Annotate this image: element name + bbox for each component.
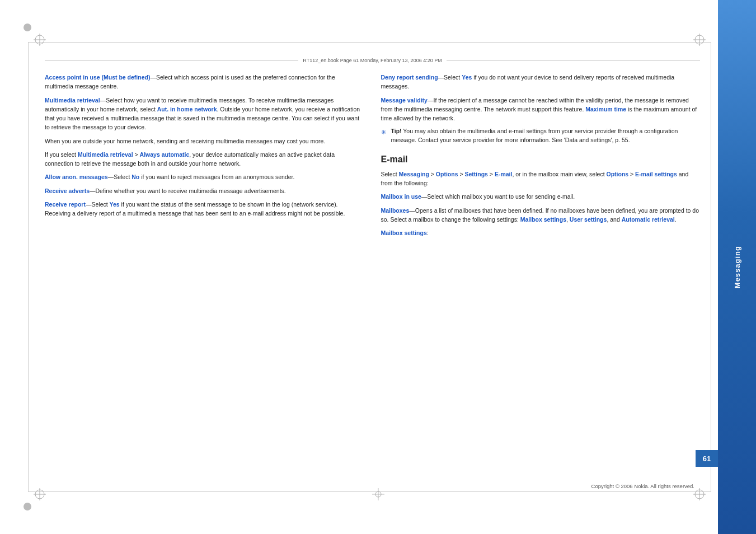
two-columns: Access point in use (Must be defined)—Se… — [45, 73, 700, 478]
header-bar: RT112_en.book Page 61 Monday, February 1… — [45, 56, 700, 65]
link-message-validity: Message validity — [381, 97, 428, 104]
link-messaging: Messaging — [399, 171, 429, 177]
para-message-validity: Message validity—If the recipient of a m… — [381, 96, 701, 123]
para-multimedia-retrieval: Multimedia retrieval—Select how you want… — [45, 96, 364, 132]
link-maximum-time: Maximum time — [585, 106, 626, 113]
link-multimedia-retrieval: Multimedia retrieval — [45, 97, 100, 104]
link-always-automatic: Always automatic — [140, 151, 190, 158]
header-line-left — [45, 60, 298, 61]
link-settings: Settings — [464, 171, 487, 177]
para-mailbox-settings: Mailbox settings: — [381, 228, 701, 237]
link-deny-report: Deny report sending — [381, 74, 438, 81]
link-options-2: Options — [606, 171, 628, 177]
crosshair-bottom-left — [34, 488, 46, 500]
tip-box: ✳ Tip! You may also obtain the multimedi… — [381, 127, 701, 145]
link-yes-receive: Yes — [110, 201, 120, 208]
tip-icon: ✳ — [381, 128, 386, 137]
link-aut-in-home: Aut. in home network — [157, 106, 217, 113]
para-email-intro: Select Messaging > Options > Settings > … — [381, 170, 701, 188]
crosshair-top-right — [693, 34, 706, 46]
link-automatic-retrieval: Automatic retrieval — [622, 216, 675, 223]
deco-circle-bottom-left — [24, 503, 31, 510]
link-mailboxes: Mailboxes — [381, 207, 410, 214]
page-number: 61 — [696, 450, 718, 467]
link-allow-anon: Allow anon. messages — [45, 174, 108, 180]
header-text: RT112_en.book Page 61 Monday, February 1… — [303, 58, 442, 63]
link-no: No — [132, 174, 139, 180]
deco-circle-top-left — [24, 24, 31, 31]
para-receive-adverts: Receive adverts—Define whether you want … — [45, 186, 364, 195]
crosshair-bottom-center — [372, 488, 384, 500]
para-access-point: Access point in use (Must be defined)—Se… — [45, 73, 364, 91]
link-user-settings: User settings — [570, 216, 607, 223]
border-top — [28, 42, 711, 43]
link-mailbox-settings-2: Mailbox settings — [381, 229, 427, 236]
header-line-right — [447, 60, 700, 61]
border-left — [28, 42, 29, 492]
sidebar-label: Messaging — [733, 246, 741, 288]
crosshair-top-left — [34, 34, 46, 46]
para-when-outside: When you are outside your home network, … — [45, 137, 364, 146]
link-access-point-in-use: Access point in use (Must be defined) — [45, 74, 150, 81]
border-right — [711, 42, 711, 492]
link-email-settings: E-mail settings — [635, 171, 677, 177]
link-receive-report: Receive report — [45, 201, 86, 208]
left-column: Access point in use (Must be defined)—Se… — [45, 73, 364, 478]
tip-label: Tip! — [391, 128, 403, 134]
para-if-select: If you select Multimedia retrieval > Alw… — [45, 150, 364, 168]
para-mailboxes: Mailboxes—Opens a list of mailboxes that… — [381, 206, 701, 224]
para-deny-report: Deny report sending—Select Yes if you do… — [381, 73, 701, 91]
para-allow-anon: Allow anon. messages—Select No if you wa… — [45, 172, 364, 181]
para-mailbox-in-use: Mailbox in use—Select which mailbox you … — [381, 192, 701, 201]
para-receive-report: Receive report—Select Yes if you want th… — [45, 200, 364, 218]
right-sidebar: Messaging — [718, 0, 756, 534]
link-receive-adverts: Receive adverts — [45, 188, 90, 194]
page: RT112_en.book Page 61 Monday, February 1… — [0, 0, 756, 534]
tip-body: You may also obtain the multimedia and e… — [391, 128, 678, 143]
link-options-1: Options — [436, 171, 458, 177]
crosshair-bottom-right — [693, 488, 706, 500]
link-mailbox-in-use: Mailbox in use — [381, 193, 421, 200]
link-multimedia-retrieval-2: Multimedia retrieval — [78, 151, 133, 158]
copyright: Copyright © 2006 Nokia. All rights reser… — [591, 483, 694, 489]
link-mailbox-settings-1: Mailbox settings — [520, 216, 566, 223]
border-bottom — [28, 491, 711, 492]
link-yes-deny: Yes — [462, 74, 472, 81]
right-column: Deny report sending—Select Yes if you do… — [381, 73, 701, 478]
link-email: E-mail — [495, 171, 513, 177]
email-section-heading: E-mail — [381, 153, 701, 166]
